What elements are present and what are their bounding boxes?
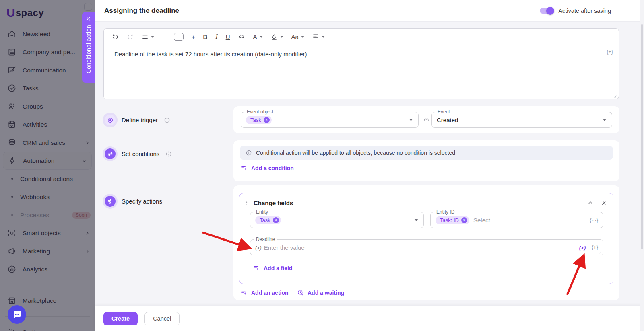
toolbar-text-case-button[interactable]: Aa [289, 32, 307, 42]
dropdown-caret-icon [409, 119, 413, 121]
chevron-down-icon [322, 36, 325, 38]
toolbar-glyph: A [253, 33, 257, 40]
toolbar-font-size-box-button[interactable] [171, 31, 186, 42]
add-condition-button[interactable]: Add a condition [241, 164, 294, 171]
toolbar-italic-button[interactable]: I [213, 31, 220, 42]
toolbar-glyph: − [162, 33, 166, 40]
change-fields-header: Change fields [244, 197, 607, 208]
add-action-label: Add an action [251, 290, 289, 296]
toolbar-highlight-color-button[interactable] [268, 32, 286, 42]
editor-content[interactable]: Deadline of the task is set 72 hours aft… [104, 45, 619, 99]
deadline-input[interactable]: Deadline (x) Enter the value (x) {+} [250, 239, 603, 255]
entity-label: Entity [254, 209, 270, 215]
conditions-step-label: Set conditions [122, 150, 159, 157]
add-field-button[interactable]: Add a field [253, 265, 293, 271]
entity-id-label: Entity ID [435, 209, 456, 215]
info-icon [246, 150, 252, 156]
toolbar-bold-button[interactable]: B [201, 32, 210, 42]
chip-label: Task: ID [440, 217, 459, 223]
braces-plus-token[interactable]: {+} [592, 245, 598, 250]
step-define-trigger: Define trigger [105, 115, 170, 125]
trigger-card: Event object Task × Event Created [233, 106, 619, 133]
font-size-box [174, 33, 184, 41]
sidebar: U spacy NewsfeedCompany and pe...Communi… [0, 0, 95, 331]
chip-remove-icon[interactable]: × [264, 117, 270, 123]
toolbar-glyph: B [203, 33, 208, 40]
chat-widget-button[interactable] [8, 305, 26, 324]
add-field-label: Add a field [264, 265, 293, 271]
undo-icon [112, 33, 119, 40]
toolbar-font-size-increase-button[interactable]: + [189, 32, 198, 42]
toolbar-insert-link-button[interactable] [236, 32, 248, 42]
conditions-card: Conditional action will be applied to al… [233, 140, 619, 181]
toolbar-glyph: Aa [291, 33, 299, 40]
add-waiting-label: Add a waiting [308, 290, 344, 296]
dropdown-caret-icon [603, 119, 607, 121]
drag-handle-icon[interactable] [244, 199, 250, 206]
editor-toolbar: −+BIUAAa [104, 29, 619, 45]
entity-id-placeholder: Select [473, 217, 490, 224]
link-fields-icon[interactable] [423, 116, 430, 123]
dropdown-caret-icon [414, 219, 418, 221]
step-set-conditions: Set conditions [105, 148, 172, 159]
drawer-tab-conditional-action[interactable]: Conditional action [82, 12, 95, 83]
chip-label: Task [260, 217, 270, 223]
drawer-panel: Assigning the deadline Activate after sa… [95, 0, 644, 331]
drawer-tab-label: Conditional action [85, 25, 92, 74]
entity-select[interactable]: Entity Task × [250, 212, 424, 228]
toolbar-text-color-button[interactable]: A [251, 32, 265, 42]
event-object-chip: Task × [246, 116, 272, 124]
conditions-info-banner: Conditional action will be applied to al… [240, 146, 613, 160]
entity-id-input[interactable]: Entity ID Task: ID × Select {⋯} [430, 212, 603, 228]
toolbar-align-button[interactable] [310, 32, 327, 42]
event-label: Event [436, 109, 452, 115]
line-spacing-icon [142, 33, 149, 40]
fx-insert-token[interactable]: (x) [579, 245, 586, 251]
resize-handle-icon[interactable] [613, 94, 617, 98]
toolbar-font-size-decrease-button[interactable]: − [160, 32, 168, 42]
step-rail [204, 125, 204, 223]
toolbar-line-spacing-button[interactable] [139, 32, 157, 42]
toolbar-undo-button[interactable] [109, 32, 121, 42]
change-fields-title: Change fields [254, 199, 580, 206]
chip-label: Task [250, 117, 261, 123]
resize-handle-icon[interactable] [597, 250, 601, 254]
toolbar-glyph: U [226, 33, 230, 40]
toolbar-glyph: + [192, 33, 195, 40]
drawer-close-icon[interactable] [85, 16, 91, 22]
fx-prefix-token: (x) [255, 245, 262, 251]
activate-toggle[interactable] [540, 8, 553, 14]
chip-remove-icon[interactable]: × [273, 217, 279, 223]
modal-scrim[interactable] [0, 0, 95, 331]
add-action-button[interactable]: Add an action [241, 289, 289, 296]
conditions-info-icon[interactable] [165, 151, 172, 157]
insert-variable-token[interactable]: {+} [607, 49, 613, 55]
entity-id-chip: Task: ID × [436, 216, 469, 224]
panel-header: Assigning the deadline Activate after sa… [95, 0, 644, 22]
remove-block-icon[interactable] [601, 199, 607, 206]
step-specify-actions: Specify actions [105, 196, 162, 207]
collapse-block-icon[interactable] [587, 199, 594, 206]
toolbar-redo-button[interactable] [124, 32, 136, 42]
scrollbar[interactable] [640, 0, 644, 331]
align-left-icon [312, 33, 319, 40]
chip-remove-icon[interactable]: × [461, 217, 467, 223]
add-waiting-button[interactable]: Add a waiting [297, 289, 344, 296]
description-editor[interactable]: −+BIUAAa Deadline of the task is set 72 … [103, 28, 619, 99]
add-lines-icon [241, 164, 248, 171]
trigger-info-icon[interactable] [164, 117, 170, 123]
cancel-button[interactable]: Cancel [144, 312, 180, 325]
toolbar-underline-button[interactable]: U [223, 32, 233, 42]
deadline-label: Deadline [254, 236, 277, 242]
braces-dots-token[interactable]: {⋯} [590, 217, 598, 223]
actions-step-icon [105, 196, 116, 207]
activate-toggle-label: Activate after saving [558, 8, 611, 14]
event-select[interactable]: Event Created [431, 112, 612, 128]
event-object-select[interactable]: Event object Task × [241, 112, 419, 128]
trigger-step-icon [105, 115, 116, 125]
create-button[interactable]: Create [103, 312, 138, 325]
deadline-placeholder: Enter the value [264, 244, 305, 251]
editor-text: Deadline of the task is set 72 hours aft… [114, 51, 307, 58]
scrollbar-thumb[interactable] [641, 24, 643, 249]
conditions-step-icon [105, 148, 116, 159]
